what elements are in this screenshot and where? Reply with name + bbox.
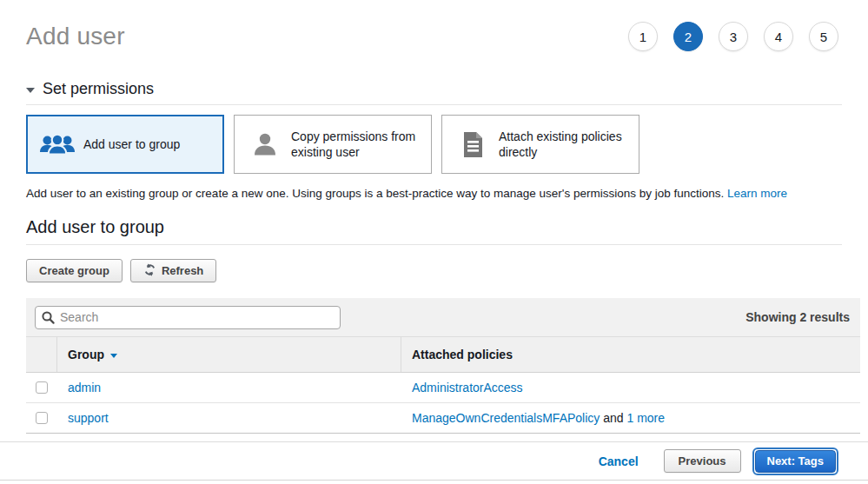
refresh-label: Refresh	[162, 264, 203, 277]
policy-joiner: and	[600, 411, 626, 425]
card-copy-permissions[interactable]: Copy permissions from existing user	[234, 115, 432, 174]
document-icon	[454, 131, 492, 158]
search-input[interactable]	[35, 306, 341, 329]
step-2-active[interactable]: 2	[673, 22, 703, 51]
user-icon	[246, 131, 284, 157]
policy-link[interactable]: ManageOwnCredentialsMFAPolicy	[412, 411, 600, 425]
row-checkbox[interactable]	[36, 381, 48, 394]
header-policies-column: Attached policies	[401, 337, 860, 372]
card-label: Add user to group	[83, 136, 180, 152]
search-icon	[41, 310, 56, 328]
group-cell: support	[57, 403, 401, 433]
row-checkbox-cell	[26, 373, 57, 402]
step-5[interactable]: 5	[809, 22, 838, 51]
table-row-admin: admin AdministratorAccess	[26, 373, 860, 403]
group-column-label: Group	[68, 348, 104, 361]
description-text: Add user to an existing group or create …	[26, 187, 727, 200]
set-permissions-title: Set permissions	[43, 80, 154, 98]
groups-table: Showing 2 results Group Attached policie…	[26, 298, 860, 434]
create-group-label: Create group	[39, 264, 109, 277]
header-checkbox-cell	[26, 337, 57, 372]
permission-option-cards: Add user to group Copy permissions from …	[26, 115, 842, 174]
step-4[interactable]: 4	[764, 22, 793, 51]
policy-more-link[interactable]: 1 more	[626, 411, 665, 425]
card-add-user-to-group[interactable]: Add user to group	[26, 115, 224, 174]
group-link[interactable]: support	[68, 411, 109, 425]
search-box	[35, 306, 341, 329]
wizard-footer: Cancel Previous Next: Tags	[0, 441, 868, 481]
next-tags-label: Next: Tags	[767, 454, 825, 467]
cancel-link[interactable]: Cancel	[599, 454, 639, 468]
learn-more-link[interactable]: Learn more	[727, 187, 787, 200]
create-group-button[interactable]: Create group	[26, 259, 123, 282]
table-actions: Create group Refresh	[26, 259, 842, 282]
policies-cell: ManageOwnCredentialsMFAPolicy and 1 more	[401, 403, 860, 433]
table-header-row: Group Attached policies	[26, 337, 860, 373]
page-title: Add user	[26, 23, 125, 50]
previous-label: Previous	[679, 454, 726, 467]
collapse-caret-icon	[26, 88, 35, 93]
policy-link[interactable]: AdministratorAccess	[412, 381, 523, 394]
step-3[interactable]: 3	[719, 22, 748, 51]
row-checkbox-cell	[26, 403, 57, 433]
next-tags-button[interactable]: Next: Tags	[755, 450, 837, 473]
set-permissions-header[interactable]: Set permissions	[26, 80, 842, 105]
results-count: Showing 2 results	[745, 310, 850, 324]
add-user-wizard: Add user 1 2 3 4 5 Set permissions	[0, 17, 868, 481]
wizard-header: Add user 1 2 3 4 5	[26, 17, 842, 56]
sort-descending-icon	[110, 354, 117, 358]
refresh-button[interactable]: Refresh	[130, 259, 216, 282]
card-attach-policies[interactable]: Attach existing policies directly	[441, 115, 639, 174]
group-cell: admin	[57, 373, 401, 402]
step-1[interactable]: 1	[628, 22, 658, 51]
refresh-icon	[143, 263, 156, 279]
add-user-to-group-heading: Add user to group	[26, 217, 842, 245]
next-button-focus-ring: Next: Tags	[752, 448, 839, 475]
header-group-column[interactable]: Group	[57, 337, 401, 372]
card-label: Copy permissions from existing user	[291, 129, 422, 160]
step-indicator: 1 2 3 4 5	[628, 22, 838, 51]
previous-button[interactable]: Previous	[664, 449, 741, 473]
card-label: Attach existing policies directly	[499, 129, 630, 160]
row-checkbox[interactable]	[36, 412, 48, 424]
table-body: admin AdministratorAccess support Manage…	[26, 373, 860, 434]
table-toolbar: Showing 2 results	[26, 298, 860, 337]
table-row-support: support ManageOwnCredentialsMFAPolicy an…	[26, 403, 860, 434]
policies-cell: AdministratorAccess	[401, 373, 860, 402]
group-link[interactable]: admin	[68, 381, 101, 394]
section-description: Add user to an existing group or create …	[26, 187, 842, 200]
policies-column-label: Attached policies	[412, 348, 513, 361]
group-icon	[38, 132, 76, 157]
